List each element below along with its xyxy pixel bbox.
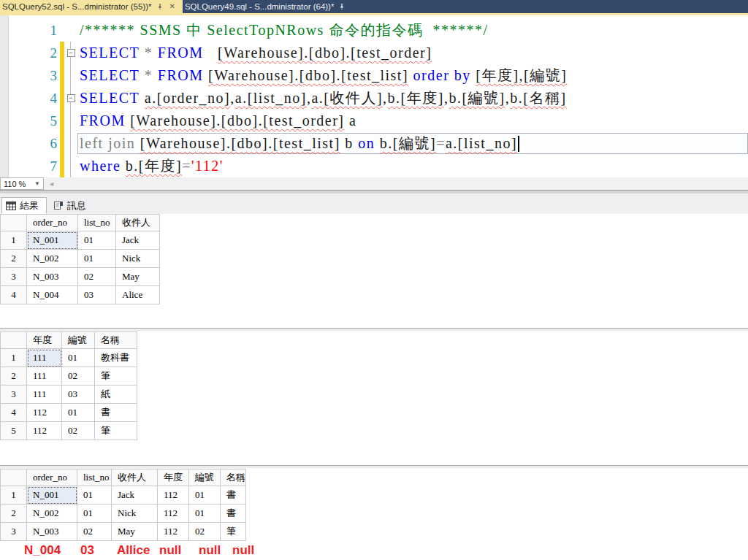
grid-cell[interactable]: 01: [78, 250, 116, 268]
grid-cell[interactable]: 112: [158, 505, 189, 523]
sql-editor[interactable]: 1/****** SSMS 中 SelectTopNRows 命令的指令碼 **…: [0, 15, 748, 177]
grid-cell[interactable]: 112: [27, 404, 62, 422]
grid-corner-cell[interactable]: [1, 215, 27, 231]
code-line[interactable]: 2−SELECT * FROM [Warehouse].[dbo].[test_…: [0, 42, 748, 64]
grid-cell[interactable]: 書: [221, 486, 246, 505]
grid-cell[interactable]: 筆: [221, 523, 246, 541]
pin-icon[interactable]: [338, 3, 346, 11]
collapse-icon[interactable]: −: [67, 94, 75, 102]
grid-cell[interactable]: 111: [27, 349, 62, 367]
grid-cell[interactable]: 111: [27, 386, 62, 404]
fold-margin[interactable]: [64, 64, 77, 87]
grid-cell[interactable]: 01: [62, 404, 95, 422]
grid-row-number[interactable]: 3: [1, 386, 27, 404]
grid-cell[interactable]: 筆: [95, 367, 137, 386]
grid-row-number[interactable]: 4: [1, 286, 27, 304]
grid-cell[interactable]: 書: [221, 505, 246, 523]
code-text[interactable]: where b.[年度]='112': [77, 156, 748, 177]
grid-cell[interactable]: 112: [27, 422, 62, 440]
fold-margin[interactable]: [64, 110, 77, 132]
grid-header-cell[interactable]: 年度: [27, 332, 62, 349]
grid-cell[interactable]: 紙: [95, 386, 137, 404]
code-line[interactable]: 4−SELECT a.[order_no],a.[list_no],a.[收件人…: [0, 87, 748, 110]
grid-header-cell[interactable]: list_no: [78, 215, 116, 231]
grid-cell[interactable]: May: [116, 268, 160, 286]
grid-cell[interactable]: Nick: [112, 505, 158, 523]
tab-results[interactable]: 結果: [1, 197, 47, 214]
breakpoint-margin[interactable]: [0, 15, 9, 177]
collapse-icon[interactable]: −: [67, 49, 75, 57]
close-icon[interactable]: ✕: [168, 3, 177, 10]
grid-cell[interactable]: 01: [62, 349, 95, 367]
fold-margin[interactable]: [64, 19, 77, 42]
grid-cell[interactable]: 01: [78, 231, 116, 250]
grid-cell[interactable]: 112: [158, 486, 189, 505]
grid-row-number[interactable]: 3: [1, 268, 27, 286]
grid-corner-cell[interactable]: [1, 469, 27, 486]
code-line[interactable]: 5FROM [Warehouse].[dbo].[test_order] a: [0, 110, 748, 132]
grid-cell[interactable]: Alice: [116, 286, 160, 304]
tab-sqlquery52[interactable]: SQLQuery52.sql - S...dministrator (55))*…: [0, 0, 183, 13]
code-text[interactable]: /****** SSMS 中 SelectTopNRows 命令的指令碼 ***…: [77, 20, 748, 41]
horizontal-scrollbar[interactable]: ◄: [44, 177, 748, 190]
grid-header-cell[interactable]: 年度: [158, 469, 189, 486]
grid-header-cell[interactable]: order_no: [27, 215, 78, 231]
grid-cell[interactable]: 03: [62, 386, 95, 404]
fold-margin[interactable]: [64, 155, 77, 177]
grid-row-number[interactable]: 5: [1, 422, 27, 440]
grid-header-cell[interactable]: list_no: [77, 469, 112, 486]
grid-cell[interactable]: 02: [189, 523, 221, 541]
grid-cell[interactable]: Jack: [116, 231, 160, 250]
grid-cell[interactable]: N_002: [27, 505, 77, 523]
grid-cell[interactable]: 01: [77, 486, 112, 505]
editor-zoom-control[interactable]: 110 % ▼: [0, 177, 44, 190]
tab-messages[interactable]: 訊息: [49, 197, 94, 214]
grid-cell[interactable]: 02: [77, 523, 112, 541]
grid-cell[interactable]: N_004: [27, 286, 78, 304]
grid-cell[interactable]: 03: [78, 286, 116, 304]
grid-cell[interactable]: N_003: [27, 268, 78, 286]
code-line[interactable]: 6left join [Warehouse].[dbo].[test_list]…: [0, 132, 748, 155]
scroll-left-arrow-icon[interactable]: ◄: [44, 180, 55, 188]
grid-cell[interactable]: 書: [95, 404, 137, 422]
code-text[interactable]: FROM [Warehouse].[dbo].[test_order] a: [77, 110, 748, 131]
fold-margin[interactable]: [64, 132, 77, 155]
code-line[interactable]: 7where b.[年度]='112': [0, 155, 748, 177]
grid-cell[interactable]: 02: [62, 422, 95, 440]
code-text[interactable]: SELECT * FROM [Warehouse].[dbo].[test_or…: [77, 42, 748, 64]
grid-header-cell[interactable]: 收件人: [116, 215, 160, 231]
grid-header-cell[interactable]: 收件人: [112, 469, 158, 486]
grid-cell[interactable]: 02: [78, 268, 116, 286]
grid-cell[interactable]: 教科書: [95, 349, 137, 367]
grid-header-cell[interactable]: 名稱: [221, 469, 246, 486]
grid-row-number[interactable]: 2: [1, 250, 27, 268]
grid-cell[interactable]: 01: [189, 486, 221, 505]
grid-row-number[interactable]: 1: [1, 486, 27, 505]
code-text[interactable]: SELECT a.[order_no],a.[list_no],a.[收件人],…: [77, 88, 748, 109]
chevron-down-icon[interactable]: ▼: [34, 180, 40, 187]
grid-row-number[interactable]: 1: [1, 349, 27, 367]
grid-cell[interactable]: 111: [27, 367, 62, 386]
grid-cell[interactable]: Nick: [116, 250, 160, 268]
grid-cell[interactable]: N_003: [27, 523, 77, 541]
grid-cell[interactable]: 02: [62, 367, 95, 386]
code-line[interactable]: 1/****** SSMS 中 SelectTopNRows 命令的指令碼 **…: [0, 19, 748, 42]
grid-cell[interactable]: May: [112, 523, 158, 541]
grid-header-cell[interactable]: 編號: [189, 469, 221, 486]
grid-cell[interactable]: 01: [77, 505, 112, 523]
grid-corner-cell[interactable]: [1, 332, 27, 349]
fold-margin[interactable]: −: [64, 87, 77, 110]
code-text[interactable]: left join [Warehouse].[dbo].[test_list] …: [77, 133, 748, 154]
grid-row-number[interactable]: 1: [1, 231, 27, 250]
grid-cell[interactable]: 01: [189, 505, 221, 523]
grid-cell[interactable]: N_001: [27, 486, 77, 505]
grid-header-cell[interactable]: order_no: [27, 469, 77, 486]
grid-row-number[interactable]: 2: [1, 367, 27, 386]
code-line[interactable]: 3SELECT * FROM [Warehouse].[dbo].[test_l…: [0, 64, 748, 87]
grid-header-cell[interactable]: 名稱: [95, 332, 137, 349]
grid-cell[interactable]: N_002: [27, 250, 78, 268]
grid-cell[interactable]: 筆: [95, 422, 137, 440]
grid-cell[interactable]: 112: [158, 523, 189, 541]
code-text[interactable]: SELECT * FROM [Warehouse].[dbo].[test_li…: [77, 65, 748, 86]
fold-margin[interactable]: −: [64, 42, 77, 64]
